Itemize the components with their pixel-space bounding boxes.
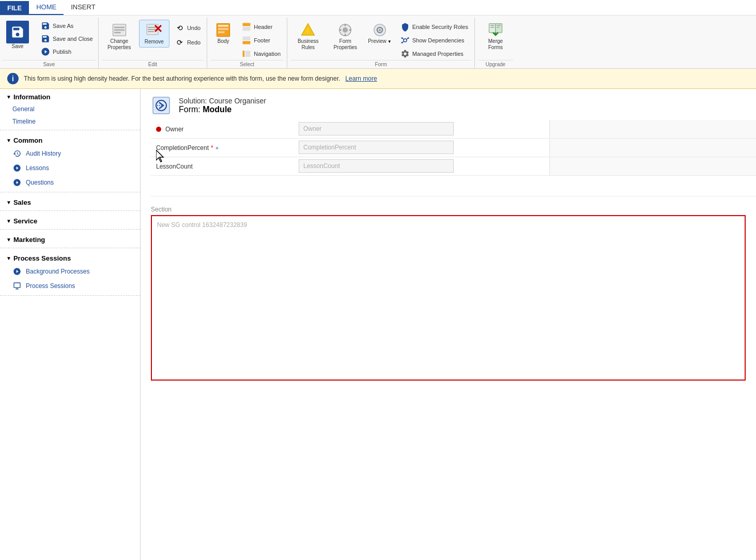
questions-icon xyxy=(12,178,22,187)
lessons-icon xyxy=(12,163,22,173)
owner-input[interactable]: Owner xyxy=(299,122,454,135)
audit-history-label: Audit History xyxy=(26,150,61,157)
publish-label: Publish xyxy=(53,49,71,55)
save-group: Save Save As Save and Close xyxy=(0,18,99,68)
business-rules-button[interactable]: ⚡ Business Rules xyxy=(290,20,326,53)
header-button[interactable]: Header xyxy=(238,21,284,33)
sg-control-box[interactable]: New SG control 1632487232839 xyxy=(151,215,746,381)
tab-file[interactable]: FILE xyxy=(0,1,29,15)
common-label: Common xyxy=(13,137,42,144)
svg-line-31 xyxy=(402,38,404,40)
process-sessions-section: ▼ Process Sessions Background Processes … xyxy=(0,250,140,293)
redo-button[interactable]: ⟳ Redo xyxy=(172,36,204,49)
form-fields: Owner Owner CompletionPercent * + Comple… xyxy=(141,120,756,202)
information-section: ▼ Information General Timeline xyxy=(0,89,140,128)
change-properties-button[interactable]: Change Properties xyxy=(102,20,137,53)
footer-icon xyxy=(241,35,252,46)
save-close-button[interactable]: Save and Close xyxy=(37,33,96,45)
marketing-header: ▼ Marketing xyxy=(0,232,140,246)
learn-more-link[interactable]: Learn more xyxy=(345,75,377,82)
sidebar-item-lessons[interactable]: Lessons xyxy=(0,161,140,175)
svg-rect-19 xyxy=(245,51,251,57)
select-group-label: Select xyxy=(210,60,284,68)
marketing-label: Marketing xyxy=(13,236,45,244)
info-text: This form is using high density header. … xyxy=(24,75,340,82)
preview-button[interactable]: Preview ▼ xyxy=(365,20,395,47)
process-sessions-header: ▼ Process Sessions xyxy=(0,250,140,264)
service-label: Service xyxy=(13,217,37,225)
service-header: ▼ Service xyxy=(0,213,140,227)
header-label: Header xyxy=(254,24,272,30)
save-as-label: Save As xyxy=(53,23,73,29)
preview-label-wrap: Preview ▼ xyxy=(368,38,392,44)
upgrade-group-label: Upgrade xyxy=(478,60,513,68)
general-label: General xyxy=(12,105,35,113)
audit-history-icon xyxy=(12,149,22,158)
completion-input[interactable]: CompletionPercent xyxy=(299,141,454,154)
managed-properties-button[interactable]: Managed Properties xyxy=(397,48,471,60)
upgrade-group: Merge Forms Upgrade xyxy=(475,18,516,68)
form-properties-icon xyxy=(337,22,353,38)
enable-security-button[interactable]: Enable Security Roles xyxy=(397,21,471,33)
enable-security-label: Enable Security Roles xyxy=(412,24,468,30)
svg-line-33 xyxy=(402,41,404,43)
change-properties-icon xyxy=(111,22,128,38)
remove-button[interactable]: Remove xyxy=(139,20,169,48)
solution-icon xyxy=(151,95,172,116)
svg-rect-40 xyxy=(497,27,499,28)
merge-forms-button[interactable]: Merge Forms xyxy=(478,20,513,53)
merge-forms-label: Merge Forms xyxy=(481,38,510,51)
lesson-count-input[interactable]: LessonCount xyxy=(299,159,454,173)
sidebar-item-process-sessions[interactable]: Process Sessions xyxy=(0,279,140,293)
form-properties-button[interactable]: Form Properties xyxy=(328,20,363,53)
save-as-button[interactable]: Save As xyxy=(37,20,96,32)
common-header: ▼ Common xyxy=(0,132,140,146)
process-sessions-item-icon xyxy=(12,281,22,291)
svg-point-26 xyxy=(379,29,381,31)
save-group-items: Save Save As Save and Close xyxy=(2,20,96,60)
tab-home[interactable]: HOME xyxy=(29,0,64,15)
sidebar-item-audit-history[interactable]: Audit History xyxy=(0,146,140,161)
undo-button[interactable]: ⟲ Undo xyxy=(172,22,204,34)
sales-label: Sales xyxy=(13,199,31,206)
completion-plus-icon: + xyxy=(215,145,219,151)
sidebar-item-general[interactable]: General xyxy=(0,103,140,115)
publish-button[interactable]: Publish xyxy=(37,46,96,58)
header-icon xyxy=(241,22,252,32)
sidebar-item-timeline[interactable]: Timeline xyxy=(0,115,140,128)
solution-label: Solution: xyxy=(179,97,207,105)
redo-label: Redo xyxy=(187,39,200,46)
save-icon xyxy=(6,21,29,43)
form-header-text: Solution: Course Organiser Form: Module xyxy=(179,97,266,114)
info-icon: i xyxy=(7,73,19,84)
sidebar-item-background-processes[interactable]: Background Processes xyxy=(0,264,140,279)
tab-insert[interactable]: INSERT xyxy=(64,0,102,15)
show-dependencies-button[interactable]: Show Dependencies xyxy=(397,34,471,47)
svg-line-32 xyxy=(406,38,408,40)
footer-button[interactable]: Footer xyxy=(238,34,284,47)
form-area: Solution: Course Organiser Form: Module … xyxy=(141,89,756,560)
body-label: Body xyxy=(218,38,229,44)
svg-rect-2 xyxy=(114,29,125,31)
service-section: ▼ Service xyxy=(0,213,140,227)
select-group-items: Body Header xyxy=(210,20,284,60)
sidebar-item-questions[interactable]: Questions xyxy=(0,175,140,190)
merge-forms-icon xyxy=(487,22,504,38)
svg-rect-1 xyxy=(114,27,125,28)
save-button[interactable]: Save xyxy=(2,20,33,60)
managed-properties-icon xyxy=(400,49,410,59)
lesson-count-input-wrap: LessonCount xyxy=(296,157,549,175)
section-label: Section xyxy=(141,202,756,215)
save-close-icon xyxy=(40,34,51,44)
marketing-section: ▼ Marketing xyxy=(0,232,140,246)
preview-label: Preview xyxy=(368,38,387,44)
business-rules-label: Business Rules xyxy=(294,38,322,51)
svg-rect-41 xyxy=(14,283,20,287)
undo-redo-group: ⟲ Undo ⟳ Redo xyxy=(172,20,204,49)
main-layout: ▼ Information General Timeline ▼ Common … xyxy=(0,89,756,560)
edit-group-label: Edit xyxy=(102,60,204,68)
service-triangle: ▼ xyxy=(6,218,11,224)
body-button[interactable]: Body xyxy=(210,20,236,47)
navigation-button[interactable]: Navigation xyxy=(238,48,284,60)
solution-line: Solution: Course Organiser xyxy=(179,97,266,105)
